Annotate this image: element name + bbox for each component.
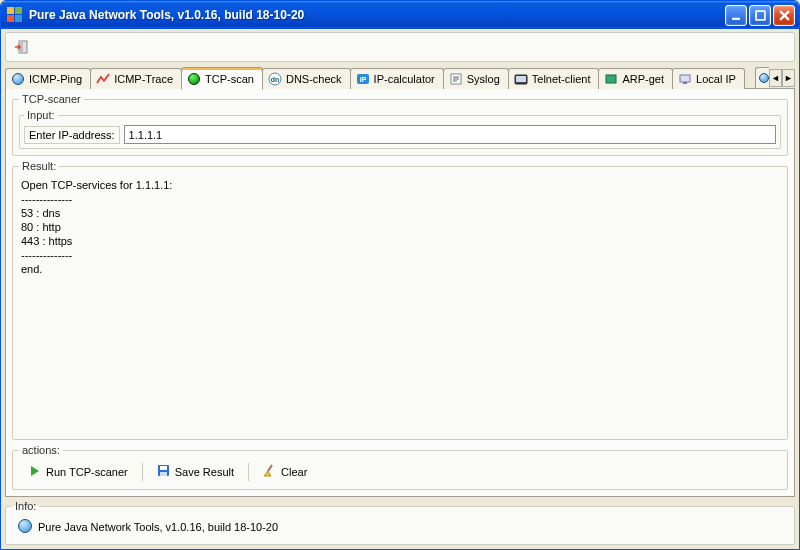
result-fieldset: Result: Open TCP-services for 1.1.1.1: -…: [12, 160, 788, 440]
ip-label: Enter IP-address:: [24, 126, 120, 144]
tab-icmp-trace[interactable]: ICMP-Trace: [90, 68, 182, 89]
maximize-button[interactable]: [749, 5, 771, 26]
svg-text:IP: IP: [359, 76, 366, 83]
svg-rect-1: [756, 11, 765, 20]
svg-rect-19: [160, 472, 167, 476]
tab-scroll-left[interactable]: ◄: [769, 69, 782, 87]
tab-label: Local IP: [696, 73, 736, 85]
close-button[interactable]: [773, 5, 795, 26]
actions-legend: actions:: [19, 444, 63, 456]
tab-tcp-scan[interactable]: TCP-scan: [181, 67, 263, 90]
info-legend: Info:: [12, 500, 39, 512]
separator: [142, 463, 143, 481]
toolbar: [5, 32, 795, 62]
tab-syslog[interactable]: Syslog: [443, 68, 509, 89]
save-button[interactable]: Save Result: [151, 462, 240, 481]
actions-fieldset: actions: Run TCP-scaner Save Result Clea…: [12, 444, 788, 490]
svg-line-20: [268, 465, 272, 471]
window-title: Pure Java Network Tools, v1.0.16, build …: [29, 8, 725, 22]
svg-rect-15: [680, 75, 690, 82]
run-button[interactable]: Run TCP-scaner: [23, 463, 134, 481]
info-fieldset: Info: Pure Java Network Tools, v1.0.16, …: [5, 500, 795, 545]
info-text: Pure Java Network Tools, v1.0.16, build …: [38, 521, 278, 533]
clear-label: Clear: [281, 466, 307, 478]
scan-icon: [187, 72, 201, 86]
result-output[interactable]: Open TCP-services for 1.1.1.1: ---------…: [19, 176, 781, 433]
tab-label: ARP-get: [622, 73, 664, 85]
tab-label: Telnet-client: [532, 73, 591, 85]
input-fieldset: Input: Enter IP-address:: [19, 109, 781, 149]
svg-rect-16: [683, 82, 687, 84]
tab-label: Syslog: [467, 73, 500, 85]
tab-icmp-ping[interactable]: ICMP-Ping: [5, 68, 91, 89]
tab-ip-calculator[interactable]: IP IP-calculator: [350, 68, 444, 89]
tab-label: IP-calculator: [374, 73, 435, 85]
tab-label: ICMP-Trace: [114, 73, 173, 85]
tab-label: DNS-check: [286, 73, 342, 85]
result-legend: Result:: [19, 160, 59, 172]
tab-telnet-client[interactable]: Telnet-client: [508, 68, 600, 89]
tab-scroll-right[interactable]: ►: [782, 69, 795, 87]
svg-rect-13: [516, 76, 526, 82]
arp-icon: [604, 72, 618, 86]
titlebar: Pure Java Network Tools, v1.0.16, build …: [1, 1, 799, 29]
tab-local-ip[interactable]: Local IP: [672, 68, 745, 89]
localip-icon: [678, 72, 692, 86]
svg-rect-18: [160, 466, 167, 470]
tcp-scaner-panel: TCP-scaner Input: Enter IP-address:: [12, 93, 788, 156]
play-icon: [29, 465, 41, 479]
panel-legend: TCP-scaner: [19, 93, 84, 105]
ip-icon: IP: [356, 72, 370, 86]
clear-button[interactable]: Clear: [257, 462, 313, 481]
svg-rect-14: [606, 75, 616, 83]
input-legend: Input:: [24, 109, 58, 121]
tab-arp-get[interactable]: ARP-get: [598, 68, 673, 89]
tab-label: TCP-scan: [205, 73, 254, 85]
minimize-button[interactable]: [725, 5, 747, 26]
exit-button[interactable]: [9, 36, 33, 58]
separator: [248, 463, 249, 481]
globe-icon: [758, 71, 769, 85]
tab-dns-check[interactable]: dn DNS-check: [262, 68, 351, 89]
globe-icon: [18, 519, 32, 535]
tab-label: ICMP-Ping: [29, 73, 82, 85]
trace-icon: [96, 72, 110, 86]
save-icon: [157, 464, 170, 479]
save-label: Save Result: [175, 466, 234, 478]
tab-overflow[interactable]: [755, 67, 769, 88]
dns-icon: dn: [268, 72, 282, 86]
telnet-icon: [514, 72, 528, 86]
syslog-icon: [449, 72, 463, 86]
ip-address-input[interactable]: [124, 125, 776, 144]
svg-rect-0: [732, 17, 740, 19]
svg-text:dn: dn: [271, 76, 280, 83]
globe-icon: [11, 72, 25, 86]
run-label: Run TCP-scaner: [46, 466, 128, 478]
app-icon: [7, 7, 23, 23]
tab-strip: ICMP-Ping ICMP-Trace TCP-scan dn DNS-che…: [5, 65, 795, 89]
broom-icon: [263, 464, 276, 479]
